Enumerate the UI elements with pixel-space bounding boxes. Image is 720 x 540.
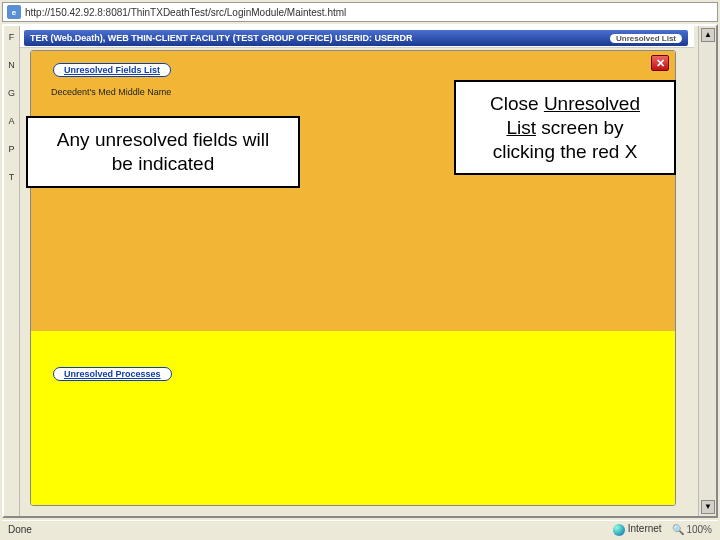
callout-underline: List	[506, 117, 536, 138]
gutter-letter: T	[4, 172, 19, 182]
callout-close-instruction: Close Unresolved List screen by clicking…	[454, 80, 676, 175]
unresolved-processes-button[interactable]: Unresolved Processes	[53, 367, 172, 381]
gutter-letter: P	[4, 144, 19, 154]
scroll-down-icon[interactable]: ▼	[701, 500, 715, 514]
callout-text: screen by	[536, 117, 624, 138]
callout-text: Any unresolved fields will	[57, 129, 269, 150]
callout-text: be indicated	[112, 153, 214, 174]
gutter-letter: N	[4, 60, 19, 70]
callout-unresolved-fields: Any unresolved fields will be indicated	[26, 116, 300, 188]
dialog-bottom-panel: Unresolved Processes	[31, 331, 675, 505]
address-text: http://150.42.92.8:8081/ThinTXDeathTest/…	[25, 7, 346, 18]
zoom-indicator[interactable]: 🔍 100%	[672, 524, 712, 535]
left-gutter: F N G A P T	[4, 26, 20, 516]
close-button[interactable]: ✕	[651, 55, 669, 71]
title-right-pill: Unresolved List	[610, 34, 682, 43]
address-bar[interactable]: e http://150.42.92.8:8081/ThinTXDeathTes…	[2, 2, 718, 22]
app-title: TER (Web.Death), WEB THIN-CLIENT FACILIT…	[30, 33, 413, 43]
gutter-letter: F	[4, 32, 19, 42]
status-bar: Done Internet 🔍 100%	[2, 520, 718, 538]
callout-underline: Unresolved	[544, 93, 640, 114]
unresolved-field-name: Decedent's Med Middle Name	[51, 87, 171, 97]
scrollbar[interactable]: ▲ ▼	[698, 26, 716, 516]
internet-label: Internet	[628, 523, 662, 534]
unresolved-fields-button[interactable]: Unresolved Fields List	[53, 63, 171, 77]
globe-icon	[613, 524, 625, 536]
browser-icon: e	[7, 5, 21, 19]
close-icon: ✕	[656, 57, 665, 70]
app-title-bar: TER (Web.Death), WEB THIN-CLIENT FACILIT…	[24, 30, 688, 46]
zoom-value: 100%	[686, 524, 712, 535]
callout-text: clicking the red X	[493, 141, 638, 162]
gutter-letter: A	[4, 116, 19, 126]
callout-text: Close	[490, 93, 544, 114]
status-left: Done	[8, 524, 32, 535]
internet-zone: Internet	[613, 523, 662, 535]
scroll-up-icon[interactable]: ▲	[701, 28, 715, 42]
status-right: Internet 🔍 100%	[613, 523, 712, 535]
gutter-letter: G	[4, 88, 19, 98]
